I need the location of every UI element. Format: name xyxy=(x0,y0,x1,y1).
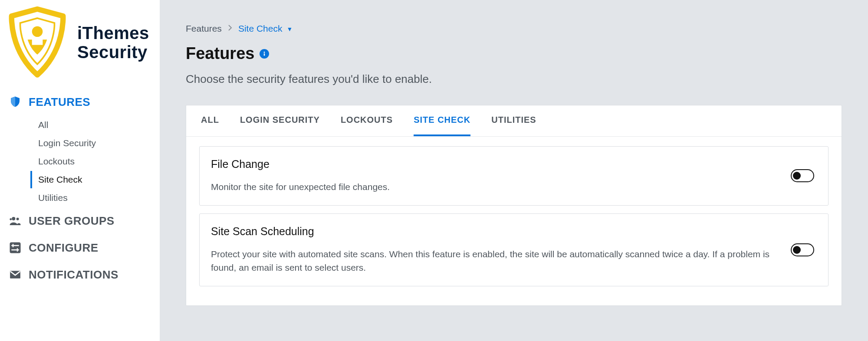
toggle-site-scan-scheduling[interactable] xyxy=(791,243,814,256)
tab-site-check[interactable]: SITE CHECK xyxy=(414,105,470,136)
svg-point-2 xyxy=(16,218,19,220)
page-title-row: Features xyxy=(186,34,842,63)
sidebar-sub-utilities[interactable]: Utilities xyxy=(30,189,160,207)
brand-logo-icon xyxy=(5,6,69,79)
sidebar-sub-all[interactable]: All xyxy=(30,116,160,134)
svg-rect-8 xyxy=(17,248,18,252)
sidebar-sub-login-security[interactable]: Login Security xyxy=(30,134,160,152)
svg-point-3 xyxy=(10,218,12,220)
tab-login-security[interactable]: LOGIN SECURITY xyxy=(240,105,320,136)
features-tab-panel: ALL LOGIN SECURITY LOCKOUTS SITE CHECK U… xyxy=(186,105,842,306)
triangle-down-icon: ▼ xyxy=(286,26,293,33)
sidebar-item-user-groups[interactable]: USER GROUPS xyxy=(5,207,160,234)
svg-rect-11 xyxy=(264,53,265,56)
sidebar-sub-site-check[interactable]: Site Check xyxy=(30,171,160,188)
sidebar-item-features[interactable]: FEATURES xyxy=(5,89,160,115)
brand-name-line1: iThemes xyxy=(77,23,149,43)
sidebar-item-label: CONFIGURE xyxy=(29,241,99,255)
feature-title: File Change xyxy=(211,158,780,170)
people-icon xyxy=(8,213,23,228)
page-description: Choose the security features you'd like … xyxy=(186,63,842,86)
sidebar-item-label: USER GROUPS xyxy=(29,214,115,228)
feature-description: Monitor the site for unexpected file cha… xyxy=(211,180,780,194)
brand-text: iThemes Security xyxy=(77,23,149,62)
toggle-knob xyxy=(793,172,801,180)
breadcrumb: Features Site Check ▼ xyxy=(186,0,842,34)
tab-all[interactable]: ALL xyxy=(201,105,219,136)
feature-card-site-scan-scheduling: Site Scan Scheduling Protect your site w… xyxy=(199,213,829,286)
toggle-knob xyxy=(793,246,801,254)
sliders-icon xyxy=(8,240,23,255)
svg-rect-4 xyxy=(10,243,21,253)
chevron-right-icon xyxy=(228,24,232,33)
toggle-file-change[interactable] xyxy=(791,169,814,182)
page-title: Features xyxy=(186,44,254,63)
sidebar-sub-lockouts[interactable]: Lockouts xyxy=(30,153,160,170)
breadcrumb-leaf-label: Site Check xyxy=(238,23,283,34)
tab-lockouts[interactable]: LOCKOUTS xyxy=(341,105,393,136)
svg-rect-7 xyxy=(13,244,14,247)
sidebar-item-label: FEATURES xyxy=(29,95,90,109)
sidebar-item-notifications[interactable]: NOTIFICATIONS xyxy=(5,261,160,288)
breadcrumb-leaf-dropdown[interactable]: Site Check ▼ xyxy=(238,23,293,34)
sidebar-item-configure[interactable]: CONFIGURE xyxy=(5,234,160,261)
breadcrumb-root[interactable]: Features xyxy=(186,23,222,34)
mail-icon xyxy=(8,267,23,282)
tab-body: File Change Monitor the site for unexpec… xyxy=(186,137,842,305)
brand-name-line2: Security xyxy=(77,43,149,62)
tab-strip: ALL LOGIN SECURITY LOCKOUTS SITE CHECK U… xyxy=(186,105,842,137)
feature-card-file-change: File Change Monitor the site for unexpec… xyxy=(199,146,829,206)
info-icon[interactable] xyxy=(260,49,269,59)
shield-check-icon xyxy=(8,95,23,109)
feature-description: Protect your site with automated site sc… xyxy=(211,247,780,275)
svg-point-10 xyxy=(264,52,265,53)
tab-utilities[interactable]: UTILITIES xyxy=(491,105,536,136)
feature-title: Site Scan Scheduling xyxy=(211,225,780,238)
brand-block: iThemes Security xyxy=(5,3,160,89)
sidebar-item-label: NOTIFICATIONS xyxy=(29,268,118,282)
main-content: Features Site Check ▼ Features Choose th… xyxy=(160,0,868,341)
svg-point-1 xyxy=(12,217,15,220)
sidebar-sub-nav-features: All Login Security Lockouts Site Check U… xyxy=(5,116,160,207)
svg-point-0 xyxy=(32,26,43,37)
sidebar: iThemes Security FEATURES All Login Secu… xyxy=(0,0,160,341)
